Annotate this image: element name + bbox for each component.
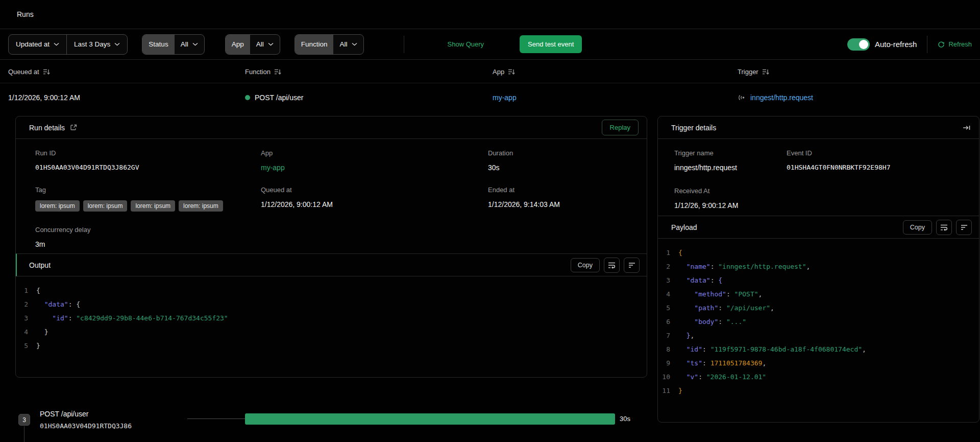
code-line: 3 "data": { xyxy=(658,273,979,287)
chevron-down-icon xyxy=(114,42,120,46)
duration-label: Duration xyxy=(488,149,647,157)
refresh-icon xyxy=(938,41,945,48)
payload-code[interactable]: 1 { 2 "name": "inngest/http.request", 3 … xyxy=(658,239,979,422)
column-label: Function xyxy=(245,68,271,76)
timeline-duration-label: 30s xyxy=(620,415,630,423)
auto-refresh-toggle[interactable] xyxy=(847,38,870,51)
column-label: Trigger xyxy=(738,68,758,76)
collapse-panel-icon[interactable] xyxy=(963,124,971,131)
run-id-label: Run ID xyxy=(35,149,261,157)
run-row-app-link[interactable]: my-app xyxy=(493,83,517,112)
timeline-connector-vertical xyxy=(24,426,24,442)
ended-at-value: 1/12/2026, 9:14:03 AM xyxy=(488,200,647,208)
code-text: "data": { xyxy=(36,300,80,308)
code-line: 5 "path": "/api/user", xyxy=(658,301,979,315)
output-wrap-text-button[interactable] xyxy=(604,258,620,273)
run-details-fields: Run ID 01HS0AA03V04D91RTDQ3J862GV App my… xyxy=(16,139,647,253)
line-number: 1 xyxy=(658,249,678,257)
code-line: 1 { xyxy=(658,246,979,260)
filter-bar: Updated at Last 3 Days Status All App Al… xyxy=(0,29,980,60)
function-filter-label: Function xyxy=(295,35,334,54)
column-header-queued-at[interactable]: Queued at xyxy=(8,60,50,83)
timeline-step-name: POST /api/user xyxy=(40,410,132,418)
run-row-function-label: POST /api/user xyxy=(255,94,303,102)
step-count-badge[interactable]: 3 xyxy=(18,414,30,426)
code-text: { xyxy=(36,287,40,294)
external-link-icon[interactable] xyxy=(70,124,78,131)
app-value-link[interactable]: my-app xyxy=(261,164,488,172)
queued-at-label: Queued at xyxy=(261,186,488,194)
code-text: "data": { xyxy=(678,276,722,284)
code-text: "ts": 1711051784369, xyxy=(678,359,766,367)
replay-button[interactable]: Replay xyxy=(602,120,639,135)
code-line: 9 "ts": 1711051784369, xyxy=(658,356,979,370)
sort-field-dropdown[interactable]: Updated at xyxy=(9,35,66,54)
code-line: 2 "name": "inngest/http.request", xyxy=(658,260,979,273)
code-line: 4 } xyxy=(16,325,647,339)
column-header-trigger[interactable]: Trigger xyxy=(738,60,769,83)
app-filter-value: All xyxy=(256,40,264,48)
output-copy-button[interactable]: Copy xyxy=(571,258,600,272)
code-line: 7 }, xyxy=(658,329,979,342)
function-filter-value: All xyxy=(339,40,347,48)
payload-align-left-button[interactable] xyxy=(956,220,972,235)
line-number: 6 xyxy=(658,318,678,325)
code-line: 1 { xyxy=(16,284,647,297)
run-row-trigger[interactable]: inngest/http.request xyxy=(738,83,813,112)
line-number: 10 xyxy=(658,373,678,381)
code-text: "id": "c8429dd9-29b8-44e6-b714-767d34c55… xyxy=(36,314,228,322)
code-line: 5 } xyxy=(16,339,647,353)
payload-copy-button[interactable]: Copy xyxy=(903,220,932,235)
run-id-value: 01HS0AA03V04D91RTDQ3J862GV xyxy=(35,164,261,171)
refresh-button[interactable]: Refresh xyxy=(938,40,972,48)
run-timeline: 3 POST /api/user 01HS0AA03V04D91RTDQ3J86… xyxy=(0,394,653,442)
line-number: 1 xyxy=(16,287,36,294)
app-filter-dropdown[interactable]: All xyxy=(250,35,280,54)
sort-field-value: Updated at xyxy=(16,40,50,48)
line-number: 11 xyxy=(658,387,678,394)
concurrency-delay-value: 3m xyxy=(35,240,261,248)
column-header-function[interactable]: Function xyxy=(245,60,281,83)
line-number: 8 xyxy=(658,345,678,353)
tag-label: Tag xyxy=(35,186,261,194)
status-filter-dropdown[interactable]: All xyxy=(175,35,204,54)
output-code[interactable]: 1 { 2 "data": { 3 "id": "c8429dd9-29b8-4… xyxy=(16,276,647,377)
chevron-down-icon xyxy=(192,42,198,46)
sort-icon xyxy=(508,68,515,75)
refresh-label: Refresh xyxy=(948,40,972,48)
filter-divider xyxy=(404,36,404,53)
run-row-trigger-link[interactable]: inngest/http.request xyxy=(750,94,813,102)
send-test-event-button[interactable]: Send test event xyxy=(520,35,582,53)
payload-wrap-text-button[interactable] xyxy=(936,220,952,235)
show-query-link[interactable]: Show Query xyxy=(448,40,484,48)
run-details-header: Run details Replay xyxy=(16,117,647,139)
column-header-app[interactable]: App xyxy=(493,60,515,83)
line-number: 5 xyxy=(658,304,678,312)
event-id-label: Event ID xyxy=(787,149,979,157)
refresh-divider xyxy=(927,36,927,53)
toggle-knob xyxy=(859,40,868,49)
code-text: "name": "inngest/http.request", xyxy=(678,263,810,270)
run-details-panel: Run details Replay Run ID 01HS0AA03V04D9… xyxy=(15,116,647,378)
run-row[interactable]: 1/12/2026, 9:00:12 AM POST /api/user my-… xyxy=(0,83,980,112)
output-align-left-button[interactable] xyxy=(624,258,640,273)
app-label: App xyxy=(261,149,488,157)
code-text: "v": "2026-01-12.01" xyxy=(678,373,766,381)
ended-at-label: Ended at xyxy=(488,186,647,194)
timeline-run-id: 01HS0AA03V04D91RTDQ3J86 xyxy=(40,422,132,430)
chevron-down-icon xyxy=(352,42,357,46)
time-range-value: Last 3 Days xyxy=(74,40,110,48)
time-range-dropdown[interactable]: Last 3 Days xyxy=(66,35,127,54)
run-row-queued-at: 1/12/2026, 9:00:12 AM xyxy=(8,83,80,112)
status-filter-value: All xyxy=(181,40,188,48)
code-text: { xyxy=(678,249,682,257)
tag-badge: lorem: ipsum xyxy=(83,200,128,212)
trigger-name-value: inngest/http.request xyxy=(674,164,787,172)
line-number: 3 xyxy=(658,276,678,284)
code-text: } xyxy=(36,328,48,336)
run-row-function: POST /api/user xyxy=(245,83,303,112)
line-number: 4 xyxy=(16,328,36,336)
code-line: 11 } xyxy=(658,384,979,398)
function-filter-dropdown[interactable]: All xyxy=(333,35,363,54)
timeline-duration-bar[interactable] xyxy=(245,413,615,425)
